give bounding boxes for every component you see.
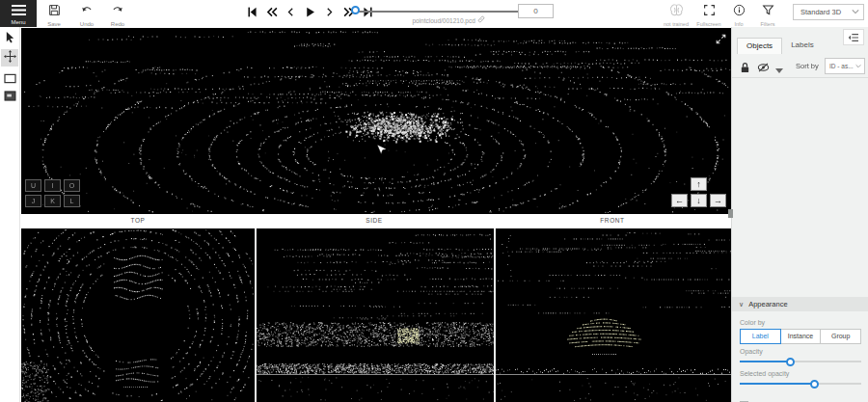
ortho-views xyxy=(21,228,731,402)
move-icon xyxy=(4,49,16,67)
undo-label: Undo xyxy=(71,21,102,27)
selected-opacity-slider-fill xyxy=(740,383,815,385)
pan-left-button[interactable]: ← xyxy=(671,194,688,207)
sort-by-value: ID - as... xyxy=(829,63,854,69)
rotate-key-j[interactable]: J xyxy=(25,195,41,207)
filter-icon xyxy=(762,3,774,19)
tab-objects[interactable]: Objects xyxy=(737,38,782,54)
edit-pencil-icon[interactable] xyxy=(808,396,817,402)
view-mode-select[interactable]: Standard 3D xyxy=(793,4,864,20)
fullscreen-icon xyxy=(703,3,716,19)
image-icon xyxy=(4,88,16,105)
box-tool-button[interactable] xyxy=(1,70,18,88)
sort-by-select[interactable]: ID - as... xyxy=(825,58,865,74)
eye-off-icon[interactable] xyxy=(757,60,770,77)
objects-toolbar: Sort by ID - as... xyxy=(732,56,868,77)
rotate-key-u[interactable]: U xyxy=(25,179,41,192)
color-by-group-option[interactable]: Group xyxy=(821,329,861,344)
caret-down-icon[interactable] xyxy=(775,60,783,77)
panel-splitter[interactable] xyxy=(728,209,733,218)
outlined-borders-row: Outlined borders xyxy=(740,396,861,402)
appearance-title: Appearance xyxy=(748,300,787,308)
save-icon xyxy=(48,3,61,19)
view-label-top: TOP xyxy=(21,214,255,228)
model-status: not trained xyxy=(660,3,692,27)
move-tool-button[interactable] xyxy=(1,49,18,67)
fast-backward-button[interactable] xyxy=(264,4,279,19)
info-icon xyxy=(733,3,746,19)
panel-tabs: Objects Labels xyxy=(737,38,823,54)
top-bar: Menu Save Undo xyxy=(0,0,868,27)
undo-icon xyxy=(80,3,94,19)
fullscreen-button[interactable]: Fullscreen xyxy=(692,3,725,27)
rotate-key-k[interactable]: K xyxy=(44,195,61,207)
opacity-slider-handle[interactable] xyxy=(786,358,795,366)
filename: pointcloud/001210.pcd xyxy=(371,15,526,24)
view-label-side: SIDE xyxy=(255,214,494,228)
objects-panel: Objects Labels Sort by xyxy=(731,27,868,402)
view-mode-value: Standard 3D xyxy=(800,8,841,16)
redo-label: Redo xyxy=(102,21,133,27)
pan-up-button[interactable]: ↑ xyxy=(691,177,707,191)
previous-frame-button[interactable] xyxy=(284,4,298,19)
info-button[interactable]: Info xyxy=(722,3,755,27)
link-icon[interactable] xyxy=(477,17,485,24)
undo-button[interactable]: Undo xyxy=(71,3,102,27)
opacity-slider[interactable] xyxy=(740,358,861,366)
lock-icon[interactable] xyxy=(740,60,750,77)
color-by-instance-option[interactable]: Instance xyxy=(781,329,822,344)
fullscreen-label: Fullscreen xyxy=(692,21,725,27)
redo-icon xyxy=(111,3,124,19)
skip-first-button[interactable] xyxy=(245,4,259,19)
tab-labels[interactable]: Labels xyxy=(782,38,823,54)
menu-label: Menu xyxy=(0,19,37,25)
expand-view-icon[interactable] xyxy=(716,31,726,48)
rotate-keypad: U I O J K L xyxy=(25,179,80,207)
ortho-view-labels: TOP SIDE FRONT xyxy=(21,214,731,228)
collapse-chevron-icon: ∨ xyxy=(739,301,744,308)
chevron-down-icon xyxy=(855,63,861,69)
play-button[interactable] xyxy=(303,4,317,19)
save-button[interactable]: Save xyxy=(39,3,69,27)
model-status-label: not trained xyxy=(660,21,692,27)
front-view-canvas[interactable] xyxy=(496,228,731,402)
frame-slider-handle[interactable] xyxy=(351,6,360,14)
color-by-segmented: Label Instance Group xyxy=(740,329,861,344)
pan-right-button[interactable]: → xyxy=(710,194,726,207)
rotate-key-l[interactable]: L xyxy=(64,195,80,207)
panel-divider xyxy=(732,77,868,78)
select-tool-button[interactable] xyxy=(1,30,18,47)
side-view-canvas[interactable] xyxy=(257,228,494,402)
frame-slider-track[interactable] xyxy=(355,11,536,13)
frame-number-input[interactable]: 0 xyxy=(518,4,554,18)
filters-button[interactable]: Filters xyxy=(751,3,784,27)
tool-sidebar xyxy=(0,27,20,402)
top-view-canvas[interactable] xyxy=(21,228,255,402)
brain-icon xyxy=(669,3,684,19)
view-label-front: FRONT xyxy=(494,214,731,228)
viewport-3d[interactable]: U I O J K L ↑ ← ↓ → xyxy=(21,28,731,214)
hamburger-icon xyxy=(12,2,26,18)
rotate-key-o[interactable]: O xyxy=(64,179,80,192)
selected-opacity-slider[interactable] xyxy=(740,380,861,389)
viewport-3d-canvas[interactable] xyxy=(21,28,731,214)
rotate-key-i[interactable]: I xyxy=(44,179,61,192)
collapse-panel-button[interactable] xyxy=(843,29,864,45)
opacity-slider-fill xyxy=(740,361,791,362)
chevron-down-icon xyxy=(852,8,859,16)
next-frame-button[interactable] xyxy=(322,4,337,19)
save-label: Save xyxy=(39,21,69,27)
image-tool-button[interactable] xyxy=(1,88,18,105)
color-by-label-option[interactable]: Label xyxy=(740,329,781,344)
pan-arrowpad: ↑ ← ↓ → xyxy=(671,177,726,207)
cursor-icon xyxy=(5,30,15,47)
color-by-label: Color by xyxy=(740,319,861,326)
pan-down-button[interactable]: ↓ xyxy=(691,194,707,207)
sort-by-label: Sort by xyxy=(796,62,819,70)
appearance-section: ∨ Appearance Color by Label Instance Gro… xyxy=(732,297,868,402)
cuboid-icon xyxy=(4,70,16,88)
selected-opacity-slider-handle[interactable] xyxy=(810,380,819,389)
redo-button[interactable]: Redo xyxy=(102,3,133,27)
menu-button[interactable]: Menu xyxy=(0,0,37,27)
appearance-header[interactable]: ∨ Appearance xyxy=(732,297,868,311)
